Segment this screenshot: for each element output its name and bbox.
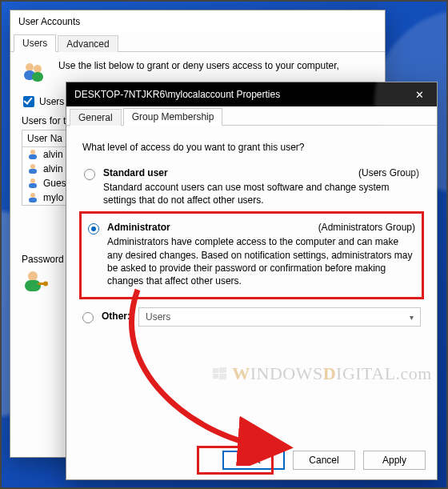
close-icon[interactable]: ✕ xyxy=(406,89,432,101)
svg-point-6 xyxy=(30,164,35,169)
combo-value: Users xyxy=(146,311,170,323)
radio-standard[interactable] xyxy=(84,169,95,180)
properties-title-bar[interactable]: DESKTOP-7NTJKR6\mylocalaccount Propertie… xyxy=(66,82,437,106)
svg-point-4 xyxy=(30,150,35,154)
svg-rect-13 xyxy=(25,280,41,291)
users-listview[interactable]: User Na alvin alvin Gues mylo xyxy=(22,130,71,206)
child-tabs: General Group Membership xyxy=(66,106,437,126)
svg-rect-9 xyxy=(29,183,37,188)
svg-point-8 xyxy=(30,178,35,183)
radio-admin[interactable] xyxy=(88,223,99,234)
tab-advanced[interactable]: Advanced xyxy=(58,35,118,52)
users-icon xyxy=(22,60,46,85)
option-label: Other: xyxy=(102,311,130,322)
tab-users[interactable]: Users xyxy=(14,34,56,52)
user-icon xyxy=(22,283,49,295)
user-row: alvin xyxy=(22,162,70,176)
tab-general[interactable]: General xyxy=(70,109,122,126)
chevron-down-icon: ▾ xyxy=(410,313,414,322)
cancel-button[interactable]: Cancel xyxy=(293,451,355,470)
option-desc: Standard account users can use most soft… xyxy=(103,181,419,206)
radio-other[interactable] xyxy=(82,312,94,323)
user-row: alvin xyxy=(22,147,70,162)
window-title: User Accounts xyxy=(18,16,380,27)
option-label: Administrator xyxy=(107,222,170,233)
svg-point-10 xyxy=(30,193,35,198)
tab-group-membership[interactable]: Group Membership xyxy=(123,108,223,126)
option-administrator[interactable]: Administrator (Administrators Group) Adm… xyxy=(86,218,417,291)
svg-point-0 xyxy=(26,63,34,71)
user-row: mylo xyxy=(22,190,70,205)
option-desc: Administrators have complete access to t… xyxy=(107,235,415,287)
option-group: (Administrators Group) xyxy=(318,222,415,233)
svg-point-15 xyxy=(43,282,48,287)
svg-rect-5 xyxy=(29,154,37,159)
option-label: Standard user xyxy=(103,167,168,178)
access-prompt: What level of access do you want to gran… xyxy=(82,142,421,153)
properties-window: DESKTOP-7NTJKR6\mylocalaccount Propertie… xyxy=(66,82,438,480)
dialog-buttons: OK Cancel Apply xyxy=(222,451,426,470)
ok-button[interactable]: OK xyxy=(222,451,285,470)
svg-rect-11 xyxy=(29,198,37,202)
highlight-admin: Administrator (Administrators Group) Adm… xyxy=(79,211,424,299)
option-standard-user[interactable]: Standard user (Users Group) Standard acc… xyxy=(82,164,421,210)
svg-point-2 xyxy=(34,65,42,73)
apply-button[interactable]: Apply xyxy=(363,451,426,470)
parent-tabs: Users Advanced xyxy=(10,33,385,52)
window-title: DESKTOP-7NTJKR6\mylocalaccount Propertie… xyxy=(74,89,406,100)
option-other[interactable]: Other: xyxy=(82,311,130,323)
option-group: (Users Group) xyxy=(358,167,419,178)
svg-rect-7 xyxy=(29,169,37,174)
user-row: Gues xyxy=(22,176,70,190)
intro-text: Use the list below to grant or deny user… xyxy=(58,60,339,71)
must-enter-checkbox[interactable] xyxy=(23,96,34,107)
user-accounts-title-bar[interactable]: User Accounts xyxy=(10,10,385,33)
other-role-combo[interactable]: Users ▾ xyxy=(138,307,421,327)
col-username[interactable]: User Na xyxy=(22,130,70,147)
svg-rect-3 xyxy=(32,72,43,82)
svg-point-12 xyxy=(28,271,38,281)
